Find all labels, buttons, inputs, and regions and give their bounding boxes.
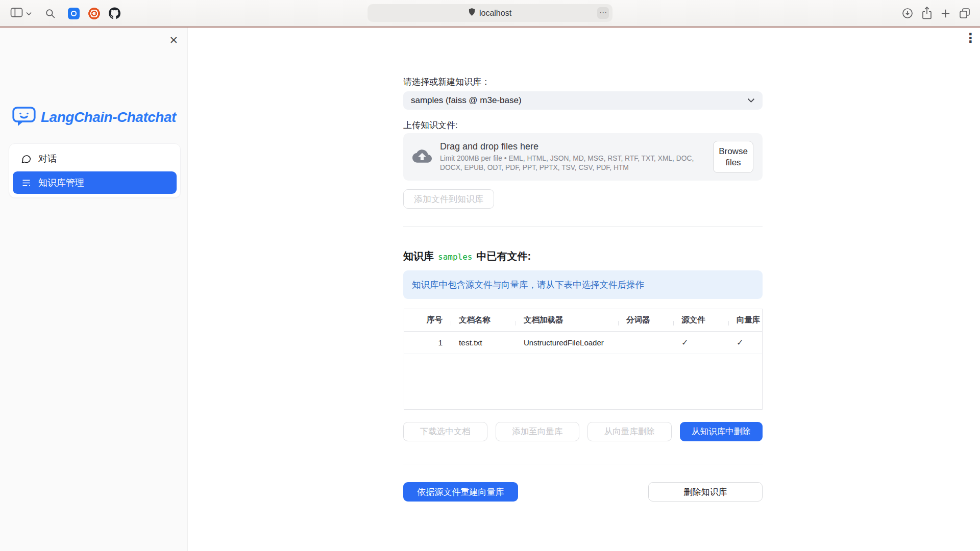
kb-select-dropdown[interactable]: samples (faiss @ m3e-base): [403, 91, 763, 110]
table-row[interactable]: 1 test.txt UnstructuredFileLoader ✓ ✓: [404, 332, 762, 354]
dropzone-hint: Limit 200MB per file • EML, HTML, JSON, …: [440, 154, 703, 172]
page-accent-line: [0, 27, 980, 28]
info-banner: 知识库中包含源文件与向量库，请从下表中选择文件后操作: [403, 270, 763, 299]
app-logo: LangChain-Chatchat: [12, 105, 176, 130]
chevron-down-icon: [747, 98, 755, 103]
divider: [403, 226, 763, 227]
kb-name-code: samples: [438, 252, 472, 262]
add-to-vector-button[interactable]: 添加至向量库: [496, 422, 580, 441]
divider: [403, 464, 763, 464]
cell-vector-check: ✓: [728, 338, 762, 347]
sidebar-menu: 对话 知识库管理: [9, 143, 181, 198]
file-action-buttons: 下载选中文档 添加至向量库 从向量库删除 从知识库中删除: [403, 422, 763, 441]
info-banner-text: 知识库中包含源文件与向量库，请从下表中选择文件后操作: [412, 279, 644, 291]
add-files-button[interactable]: 添加文件到知识库: [403, 189, 494, 209]
sidebar-item-label: 知识库管理: [38, 177, 84, 189]
address-bar[interactable]: localhost ⋯: [368, 4, 612, 22]
blue-extension-icon[interactable]: [68, 8, 80, 19]
site-shield-icon: [469, 8, 475, 18]
cell-loader: UnstructuredFileLoader: [516, 338, 618, 347]
kb-files-title-suffix: 中已有文件:: [476, 249, 531, 263]
screen: localhost ⋯ ✕: [0, 0, 980, 551]
col-header-source[interactable]: 源文件: [673, 315, 728, 325]
cell-source-check: ✓: [673, 338, 728, 347]
col-header-loader[interactable]: 文档加载器: [516, 315, 618, 325]
dropzone-title: Drag and drop files here: [440, 141, 703, 152]
kb-select-value: samples (faiss @ m3e-base): [411, 95, 522, 106]
dropzone-text: Drag and drop files here Limit 200MB per…: [440, 141, 703, 172]
upload-label: 上传知识文件:: [403, 119, 458, 131]
target-extension-icon[interactable]: [88, 8, 100, 19]
tab-overview-icon[interactable]: [959, 7, 971, 19]
col-header-index[interactable]: 序号: [404, 315, 451, 325]
share-icon[interactable]: [921, 7, 933, 20]
table-header: 序号 文档名称 文档加载器 分词器 源文件 向量库: [404, 309, 762, 332]
delete-kb-button[interactable]: 删除知识库: [648, 482, 763, 502]
kb-files-title-prefix: 知识库: [403, 249, 434, 263]
files-table: 序号 文档名称 文档加载器 分词器 源文件 向量库 1 test.txt Uns…: [404, 309, 763, 410]
app-menu-icon[interactable]: ⋮: [964, 32, 977, 44]
close-sidebar-icon[interactable]: ✕: [169, 35, 178, 45]
rebuild-vector-store-button[interactable]: 依据源文件重建向量库: [403, 482, 518, 502]
browse-files-button[interactable]: Browse files: [713, 141, 753, 173]
logo-chat-icon: [12, 105, 36, 130]
sidebar-panel-icon: [10, 7, 23, 19]
search-icon[interactable]: [45, 8, 56, 19]
cell-index: 1: [404, 338, 451, 347]
logo-text: LangChain-Chatchat: [41, 109, 176, 126]
sidebar-item-label: 对话: [38, 153, 57, 165]
toolbar-extensions: [68, 8, 120, 19]
cell-name: test.txt: [451, 338, 516, 347]
download-selected-button[interactable]: 下载选中文档: [403, 422, 487, 441]
chevron-down-icon: [26, 10, 32, 17]
downloads-icon[interactable]: [901, 7, 914, 19]
sidebar-item-dialogue[interactable]: 对话: [13, 147, 177, 170]
github-icon[interactable]: [109, 8, 120, 19]
toolbar-right: [901, 0, 971, 27]
col-header-name[interactable]: 文档名称: [451, 315, 516, 325]
chat-bubble-icon: [21, 154, 32, 164]
cloud-upload-icon: [412, 146, 432, 168]
new-tab-icon[interactable]: [940, 8, 951, 19]
col-header-splitter[interactable]: 分词器: [618, 315, 673, 325]
delete-from-kb-button[interactable]: 从知识库中删除: [680, 422, 763, 441]
page-options-icon[interactable]: ⋯: [597, 7, 609, 19]
col-header-vector[interactable]: 向量库: [728, 315, 762, 325]
remove-from-vector-button[interactable]: 从向量库删除: [587, 422, 672, 441]
file-dropzone[interactable]: Drag and drop files here Limit 200MB per…: [403, 133, 763, 181]
address-text: localhost: [479, 9, 511, 18]
knowledge-base-icon: [21, 178, 32, 188]
kb-files-title: 知识库 samples 中已有文件:: [403, 249, 531, 263]
toolbar-left: [10, 0, 120, 27]
sidebar-item-kb-management[interactable]: 知识库管理: [13, 171, 177, 194]
kb-select-label: 请选择或新建知识库：: [403, 76, 490, 88]
sidebar: ✕ LangChain-Chatchat 对话: [0, 28, 188, 551]
browser-toolbar: localhost ⋯: [0, 0, 980, 27]
sidebar-toggle-button[interactable]: [10, 7, 32, 19]
